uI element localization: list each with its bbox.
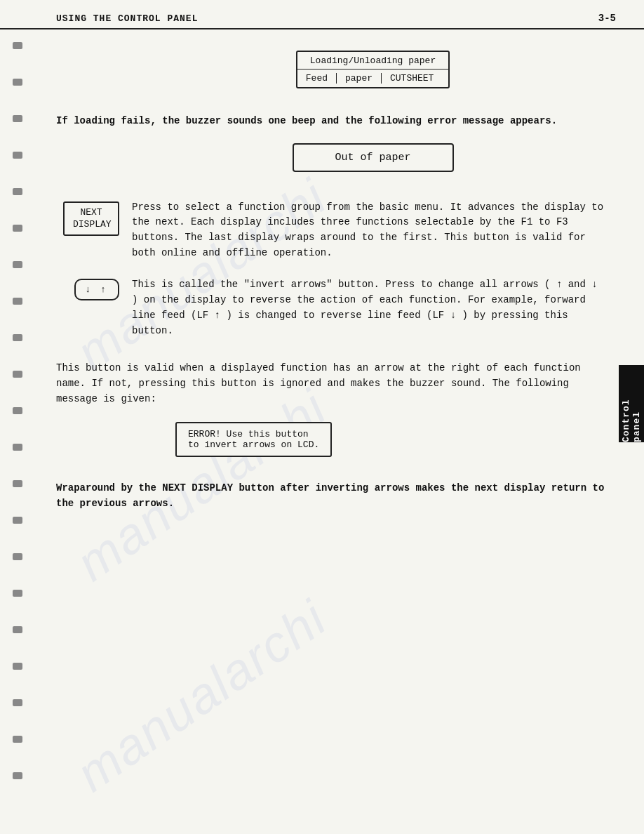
- invert-arrows-label: ↓ ↑: [86, 284, 108, 295]
- intro-text: If loading fails, the buzzer sounds one …: [56, 114, 605, 129]
- intro-text-block: If loading fails, the buzzer sounds one …: [56, 114, 605, 129]
- paper-loading-cutsheet: CUTSHEET: [381, 73, 442, 84]
- hole: [13, 553, 22, 560]
- content-area: Loading/Unloading paper Feed paper CUTSH…: [0, 44, 644, 540]
- hole: [13, 736, 22, 743]
- next-display-description: Press to select a function group from th…: [132, 200, 605, 261]
- invert-arrows-description-area: This is called the "invert arrows" butto…: [132, 277, 605, 344]
- hole: [13, 590, 22, 597]
- paper-loading-paper: paper: [336, 73, 381, 84]
- paper-loading-box: Loading/Unloading paper Feed paper CUTSH…: [296, 51, 450, 88]
- error-line1: ERROR! Use this button: [188, 429, 319, 439]
- hole: [13, 626, 22, 633]
- paper-loading-feed: Feed: [297, 73, 336, 84]
- side-tab-control-panel: Control panel: [619, 365, 644, 442]
- invert-arrows-section: ↓ ↑ This is called the "invert arrows" b…: [56, 277, 605, 344]
- out-of-paper-section: Out of paper: [56, 136, 605, 185]
- error-box-section: ERROR! Use this button to invert arrows …: [112, 413, 605, 468]
- next-display-text: Press to select a function group from th…: [132, 201, 603, 258]
- header-title: USING THE CONTROL PANEL: [56, 13, 198, 24]
- invert-arrows-description2-block: This button is valid when a displayed fu…: [56, 361, 605, 406]
- invert-arrows-description1: This is called the "invert arrows" butto…: [132, 277, 605, 338]
- hole: [13, 772, 22, 779]
- hole: [13, 699, 22, 706]
- next-display-line1: NEXT: [73, 207, 109, 219]
- out-of-paper-label: Out of paper: [335, 152, 410, 164]
- invert-arrows-description2: This button is valid when a displayed fu…: [56, 361, 605, 406]
- page-header: USING THE CONTROL PANEL 3-5: [0, 0, 644, 29]
- next-display-section: NEXT DISPLAY Press to select a function …: [56, 200, 605, 261]
- error-line2: to invert arrows on LCD.: [188, 439, 319, 450]
- next-display-button-area: NEXT DISPLAY: [56, 200, 119, 237]
- next-display-line2: DISPLAY: [73, 219, 109, 231]
- paper-loading-row: Feed paper CUTSHEET: [297, 70, 448, 87]
- out-of-paper-box: Out of paper: [293, 143, 454, 172]
- paper-loading-title: Loading/Unloading paper: [297, 52, 448, 70]
- invert-arrows-button[interactable]: ↓ ↑: [74, 279, 119, 300]
- paper-loading-section: Loading/Unloading paper Feed paper CUTSH…: [56, 44, 605, 101]
- content-inner: Loading/Unloading paper Feed paper CUTSH…: [56, 44, 605, 512]
- error-message-box: ERROR! Use this button to invert arrows …: [175, 422, 332, 457]
- invert-arrows-button-area: ↓ ↑: [56, 277, 119, 300]
- next-display-button[interactable]: NEXT DISPLAY: [63, 201, 119, 237]
- watermark-text-3: manualarchi: [66, 589, 337, 803]
- page: manualarchi manualarchi manualarchi Cont…: [0, 0, 644, 834]
- hole: [13, 663, 22, 670]
- wraparound-text-block: Wraparound by the NEXT DISPLAY button af…: [56, 481, 605, 511]
- wraparound-text: Wraparound by the NEXT DISPLAY button af…: [56, 481, 605, 511]
- header-page-number: 3-5: [598, 13, 616, 24]
